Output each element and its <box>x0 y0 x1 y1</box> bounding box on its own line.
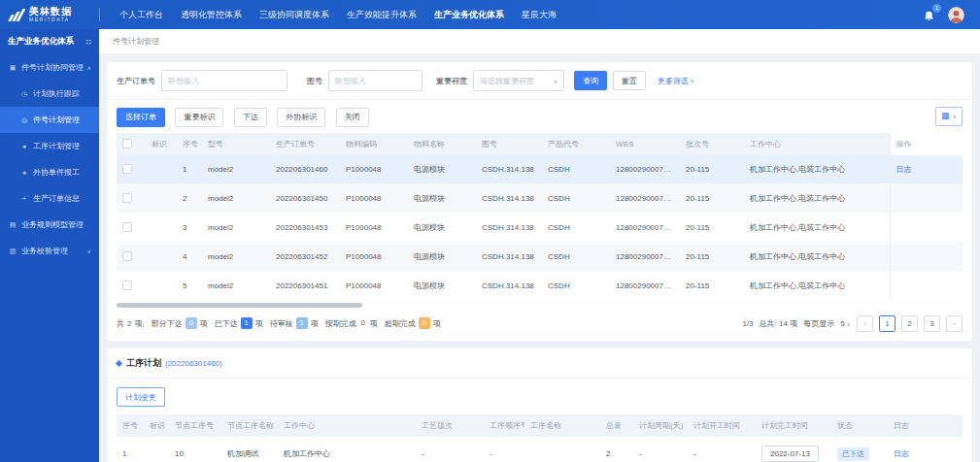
importance-label: 重要程度 <box>436 76 467 86</box>
order-no-input[interactable] <box>161 70 287 91</box>
page-number-button[interactable]: 1 <box>879 315 896 332</box>
top-navbar: 美林数据 MERITDATA 个人工作台 透明化管控体系 三级协同调度体系 生产… <box>0 0 980 29</box>
grid-icon: ▦ <box>941 112 950 120</box>
top-menu: 个人工作台 透明化管控体系 三级协同调度体系 生产效能提升体系 生产业务优化体系… <box>119 9 557 21</box>
orders-header-row: 标识 序号 型号 生产订单号 物料编码 物料名称 图号 产品代号 WBS 批次号… <box>117 133 963 155</box>
toolbar-button[interactable]: 外协标识 <box>277 108 325 127</box>
process-plan-icon: ● <box>19 143 29 149</box>
top-menu-item[interactable]: 星辰大海 <box>522 9 557 21</box>
page-size-label: 每页显示 <box>803 318 834 329</box>
order-row[interactable]: 5 model2 202206301451 P1000048 电源模块 CSDH… <box>117 271 963 300</box>
chevron-icon: ∧ <box>84 64 91 71</box>
diamond-icon <box>116 359 122 366</box>
toolbar-button[interactable]: 重要标识 <box>175 108 223 127</box>
importance-select[interactable]: 请选择重要程度 ∨ <box>473 70 564 91</box>
search-button[interactable]: 查询 <box>574 71 607 90</box>
summary-stat: 部分下达 0 项 <box>152 317 208 329</box>
row-checkbox[interactable] <box>122 193 132 203</box>
total-count: 2 <box>127 319 131 328</box>
order-row[interactable]: 1 model2 202206301460 P1000048 电源模块 CSDH… <box>117 155 963 184</box>
stat-count-badge: 1 <box>296 317 308 329</box>
user-avatar[interactable] <box>948 7 964 23</box>
next-page-button[interactable]: › <box>946 315 963 332</box>
process-row[interactable]: 1 10 机加调试 机加工作中心 - - 2 - - <box>117 437 963 462</box>
toolbar-button[interactable]: 关闭 <box>336 108 369 127</box>
part-plan-icon: ◎ <box>19 116 29 124</box>
prev-page-button[interactable]: ‹ <box>857 315 873 332</box>
outsourcing-report-icon: ● <box>19 169 29 176</box>
cell-flag <box>146 155 177 184</box>
column-settings-button[interactable]: ▦ ∨ <box>935 107 963 126</box>
stat-count-badge: 0 <box>186 317 197 329</box>
sidebar-title: 生产业务优化体系 ∷ <box>0 29 99 54</box>
row-checkbox[interactable] <box>122 222 132 232</box>
stat-count-badge: 0 <box>419 317 430 329</box>
scrollbar-thumb[interactable] <box>117 303 362 308</box>
production-order-icon: + <box>19 195 29 202</box>
sidebar-item[interactable]: ▤ 业务规则模型管理 <box>0 212 99 238</box>
top-menu-item[interactable]: 透明化管控体系 <box>181 9 242 21</box>
sidebar-item[interactable]: ● 工序计划管理 <box>0 133 99 159</box>
process-table-body: 1 10 机加调试 机加工作中心 - - 2 - - <box>117 437 963 462</box>
apps-grid-icon[interactable]: ∷ <box>86 38 91 47</box>
drawing-no-input[interactable] <box>328 70 422 91</box>
sidebar-item[interactable]: + 生产订单信息 <box>0 185 99 212</box>
notification-bell-button[interactable]: 1 <box>923 9 935 21</box>
row-checkbox[interactable] <box>122 280 132 290</box>
part-plan-group-icon: ▣ <box>8 64 17 72</box>
pagination: 1/3 总共: 14 项 每页显示 5 ∨ ‹ 1 2 <box>742 315 963 332</box>
top-menu-item[interactable]: 三级协同调度体系 <box>259 9 329 21</box>
chevron-icon: ∨ <box>84 248 91 254</box>
more-filters-link[interactable]: 更多筛选 » <box>658 76 694 86</box>
cell-flag <box>146 271 177 300</box>
order-row[interactable]: 2 model2 202206301450 P1000048 电源模块 CSDH… <box>117 183 963 213</box>
order-row[interactable]: 4 model2 202206301452 P1000048 电源模块 CSDH… <box>117 242 963 271</box>
process-section-header: 工序计划 (202206301460) <box>107 348 972 378</box>
filter-row: 生产订单号 图号 重要程度 请选择重要程度 ∨ 查询 重置 更多筛选 » <box>107 62 972 99</box>
page-size-select[interactable]: 5 ∨ <box>840 319 851 328</box>
process-card: 工序计划 (202206301460) 计划变更 序号 标识 <box>107 348 972 462</box>
summary-stat: 已下达 1 项 <box>215 317 263 329</box>
top-menu-item[interactable]: 生产业务优化体系 <box>434 9 504 21</box>
plan-finish-date-input[interactable]: 2022-07-13 <box>761 446 819 462</box>
sidebar-item[interactable]: ◎ 件号计划管理 <box>0 107 99 133</box>
log-link[interactable]: 日志 <box>896 165 912 174</box>
top-menu-item[interactable]: 个人工作台 <box>119 9 163 21</box>
summary-stat: 待审核 1 项 <box>270 317 319 329</box>
summary-stats: 部分下达 0 项 已下达 1 项 待 <box>148 317 441 329</box>
page-number-button[interactable]: 2 <box>901 315 918 332</box>
nav-divider <box>99 8 100 21</box>
plan-change-button[interactable]: 计划变更 <box>117 387 165 407</box>
sidebar-item[interactable]: ● 外协单件报工 <box>0 159 99 185</box>
business-validation-icon: ▥ <box>8 248 17 255</box>
orders-footer: 共 2 项, 部分下达 0 项 已下达 <box>107 310 972 341</box>
row-checkbox[interactable] <box>122 164 132 174</box>
stat-count-badge: 0 <box>359 317 367 329</box>
chevron-down-icon: ∨ <box>847 320 851 327</box>
reset-button[interactable]: 重置 <box>613 71 646 90</box>
page-info: 1/3 <box>742 319 753 328</box>
toolbar-button[interactable]: 下达 <box>234 108 267 127</box>
summary-stat: 按期完成 0 项 <box>325 317 378 329</box>
sidebar: 生产业务优化体系 ∷ ▣ 件号计划协同管理 ∧ ◷ 计划执行跟踪 ◎ 件号计划管… <box>0 29 99 462</box>
orders-toolbar: 选择订单 重要标识 下达 外协标识 关闭 ▦ ∨ <box>107 100 972 133</box>
drawing-no-label: 图号 <box>307 76 322 86</box>
orders-summary: 共 2 项, 部分下达 0 项 已下达 <box>117 317 441 329</box>
page-number-button[interactable]: 3 <box>924 315 940 332</box>
sidebar-item[interactable]: ▣ 件号计划协同管理 ∧ <box>0 54 99 81</box>
orders-table-body: 1 model2 202206301460 P1000048 电源模块 CSDH… <box>117 155 963 301</box>
total-info: 总共: 14 项 <box>760 318 798 329</box>
cell-flag <box>146 213 177 242</box>
breadcrumb: 件号计划管理 <box>99 29 980 54</box>
log-link[interactable]: 日志 <box>894 449 909 458</box>
select-all-checkbox[interactable] <box>122 139 132 148</box>
toolbar-button[interactable]: 选择订单 <box>117 108 165 127</box>
process-table: 序号 标识 节点工序号 节点工序名称 工作中心 工艺版次 工序顺序号 工序名称 … <box>117 414 963 462</box>
order-no-label: 生产订单号 <box>117 76 155 86</box>
row-checkbox[interactable] <box>122 251 132 261</box>
top-menu-item[interactable]: 生产效能提升体系 <box>347 9 417 21</box>
sidebar-item[interactable]: ▥ 业务校验管理 ∨ <box>0 238 99 264</box>
sidebar-item[interactable]: ◷ 计划执行跟踪 <box>0 81 99 107</box>
business-rules-icon: ▤ <box>8 221 17 229</box>
order-row[interactable]: 3 model2 202206301453 P1000048 电源模块 CSDH… <box>117 213 963 242</box>
